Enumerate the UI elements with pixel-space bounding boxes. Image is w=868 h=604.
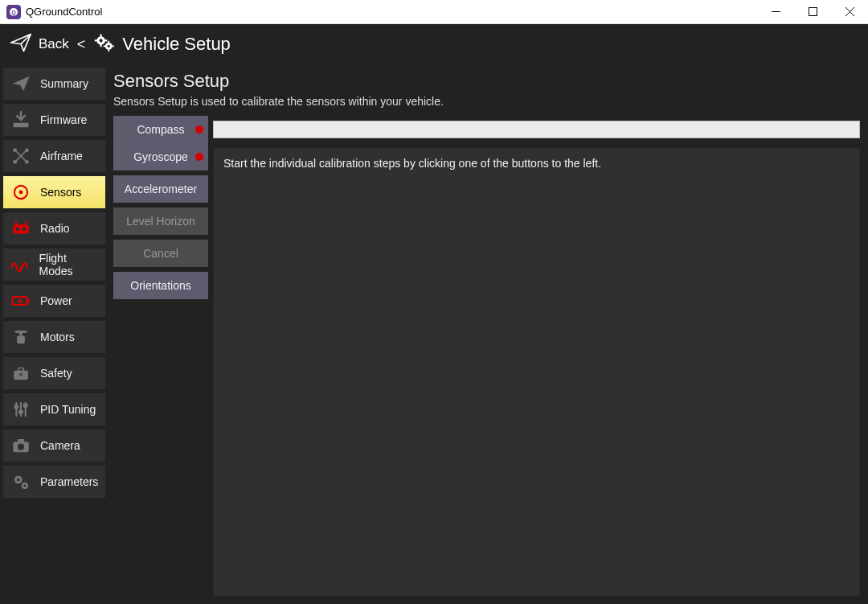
- svg-rect-26: [13, 224, 29, 233]
- calib-row-top: Compass: [113, 116, 860, 143]
- svg-point-27: [16, 227, 20, 231]
- svg-text:Q: Q: [11, 9, 16, 15]
- titlebar-left: Q QGroundControl: [6, 5, 102, 19]
- sidebar-item-pid-tuning[interactable]: PID Tuning: [3, 393, 105, 425]
- svg-rect-18: [14, 124, 27, 127]
- sidebar-item-label: Flight Modes: [39, 252, 100, 277]
- svg-rect-14: [108, 41, 110, 43]
- sidebar-item-parameters[interactable]: Parameters: [3, 466, 105, 498]
- svg-rect-10: [100, 35, 102, 38]
- accelerometer-button[interactable]: Accelerometer: [113, 175, 208, 203]
- sidebar-item-label: Parameters: [40, 475, 98, 488]
- svg-rect-2: [772, 11, 780, 12]
- briefcase-icon: [8, 360, 34, 386]
- app-icon: Q: [6, 5, 21, 19]
- sidebar-item-firmware[interactable]: Firmware: [3, 104, 105, 136]
- back-chevron: <: [77, 36, 86, 53]
- sidebar: SummaryFirmwareAirframeSensorsRadioFligh…: [0, 64, 108, 604]
- close-button[interactable]: [831, 0, 868, 24]
- svg-rect-33: [17, 335, 25, 343]
- svg-point-45: [19, 410, 23, 413]
- sidebar-item-label: Safety: [40, 367, 72, 380]
- status-dot-icon: [195, 153, 203, 161]
- gears-icon: [8, 469, 34, 495]
- paperplane-icon[interactable]: [10, 31, 32, 57]
- instruction-text: Start the individual calibration steps b…: [223, 157, 601, 170]
- sidebar-item-motors[interactable]: Motors: [3, 321, 105, 353]
- orientations-button[interactable]: Orientations: [113, 272, 208, 299]
- sidebar-item-flight-modes[interactable]: Flight Modes: [3, 249, 105, 281]
- sidebar-item-power[interactable]: Power: [3, 285, 105, 317]
- content-title: Sensors Setup: [113, 71, 860, 92]
- cancel-label: Cancel: [143, 247, 178, 260]
- calib-col: Gyroscope Accelerometer Level Horizon Ca…: [113, 143, 208, 596]
- sidebar-item-label: Power: [40, 294, 72, 307]
- svg-line-30: [25, 220, 27, 224]
- svg-rect-3: [809, 8, 817, 16]
- minimize-button[interactable]: [757, 0, 794, 24]
- sidebar-item-label: Motors: [40, 331, 75, 343]
- motor-icon: [8, 324, 34, 350]
- wave-icon: [8, 252, 33, 277]
- compass-label: Compass: [137, 123, 184, 136]
- sidebar-item-label: Radio: [40, 222, 70, 235]
- app-body: Back < Vehicle Setup SummaryFirmwareAirf…: [0, 24, 868, 604]
- svg-point-53: [23, 484, 26, 487]
- status-dot-icon: [195, 125, 203, 134]
- gears-icon: [93, 31, 116, 57]
- window-titlebar: Q QGroundControl: [0, 0, 868, 24]
- sidebar-item-label: Firmware: [40, 113, 87, 126]
- svg-point-44: [14, 405, 18, 409]
- svg-rect-13: [104, 39, 108, 41]
- rc-icon: [8, 216, 34, 241]
- svg-rect-16: [104, 45, 106, 47]
- level-horizon-button: Level Horizon: [113, 207, 208, 235]
- cancel-button: Cancel: [113, 240, 208, 267]
- sidebar-item-label: Sensors: [40, 186, 81, 199]
- maximize-button[interactable]: [794, 0, 831, 24]
- sidebar-item-camera[interactable]: Camera: [3, 429, 105, 462]
- sidebar-item-summary[interactable]: Summary: [3, 68, 105, 100]
- window-title: QGroundControl: [26, 6, 102, 18]
- instruction-box: Start the individual calibration steps b…: [213, 148, 860, 596]
- sidebar-item-label: Camera: [40, 439, 80, 452]
- svg-rect-17: [113, 45, 115, 47]
- page-title: Vehicle Setup: [122, 34, 231, 55]
- svg-rect-15: [108, 49, 110, 51]
- svg-point-51: [17, 479, 20, 482]
- sliders-icon: [8, 397, 34, 422]
- svg-rect-11: [100, 44, 102, 47]
- gyroscope-label: Gyroscope: [133, 150, 188, 163]
- camera-icon: [8, 433, 34, 458]
- content-description: Sensors Setup is used to calibrate the s…: [113, 95, 860, 108]
- level-horizon-label: Level Horizon: [126, 215, 195, 228]
- svg-rect-49: [18, 439, 24, 442]
- svg-point-7: [100, 39, 103, 42]
- sidebar-item-label: Summary: [40, 77, 88, 90]
- svg-point-28: [23, 227, 27, 231]
- svg-point-25: [19, 191, 23, 195]
- svg-rect-12: [95, 39, 98, 41]
- header: Back < Vehicle Setup: [0, 24, 868, 64]
- sidebar-item-label: Airframe: [40, 150, 83, 162]
- window-controls: [757, 0, 868, 24]
- svg-point-35: [14, 331, 27, 333]
- sidebar-item-safety[interactable]: Safety: [3, 357, 105, 389]
- svg-point-9: [108, 45, 110, 47]
- quad-icon: [8, 143, 34, 169]
- back-button[interactable]: Back: [39, 36, 69, 52]
- sidebar-item-label: PID Tuning: [40, 403, 96, 416]
- sidebar-item-airframe[interactable]: Airframe: [3, 140, 105, 172]
- battery-icon: [8, 288, 34, 314]
- svg-point-48: [18, 444, 24, 450]
- calib-row-rest: Gyroscope Accelerometer Level Horizon Ca…: [113, 143, 860, 596]
- content: Sensors Setup Sensors Setup is used to c…: [108, 64, 868, 604]
- main: SummaryFirmwareAirframeSensorsRadioFligh…: [0, 64, 868, 604]
- sidebar-item-sensors[interactable]: Sensors: [3, 176, 105, 208]
- sidebar-item-radio[interactable]: Radio: [3, 212, 105, 244]
- svg-line-29: [15, 220, 17, 224]
- download-icon: [8, 107, 34, 133]
- progress-bar: [213, 121, 860, 138]
- compass-button[interactable]: Compass: [113, 116, 208, 143]
- gyroscope-button[interactable]: Gyroscope: [113, 143, 208, 171]
